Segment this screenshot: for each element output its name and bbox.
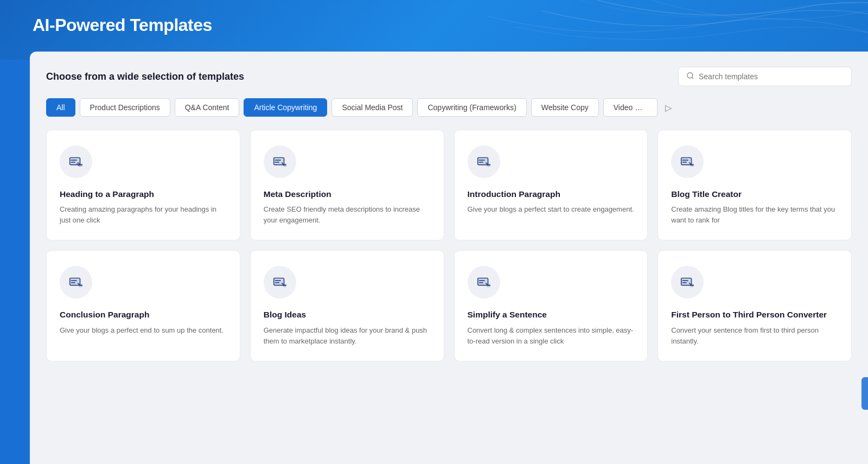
card-icon-meta-description [264, 145, 296, 178]
search-icon [686, 72, 694, 81]
card-conclusion-paragraph[interactable]: Conclusion Paragraph Give your blogs a p… [46, 250, 240, 361]
card-blog-ideas[interactable]: Blog Ideas Generate impactful blog ideas… [250, 250, 444, 361]
tabs-container: All Product Descriptions Q&A Content Art… [46, 98, 852, 117]
card-icon-simplify-sentence [468, 266, 500, 298]
card-title-meta-description: Meta Description [264, 189, 431, 200]
tab-social-media-post[interactable]: Social Media Post [331, 98, 413, 117]
search-input[interactable] [699, 72, 844, 81]
scroll-indicator[interactable] [861, 377, 868, 410]
tab-website-copy[interactable]: Website Copy [531, 98, 599, 117]
panel-title: Choose from a wide selection of template… [46, 71, 244, 82]
card-desc-blog-title-creator: Create amazing Blog titles for the key t… [671, 204, 838, 226]
card-desc-conclusion-paragraph: Give your blogs a perfect end to sum up … [60, 325, 227, 336]
card-title-heading-paragraph: Heading to a Paragraph [60, 189, 227, 200]
main-panel: Choose from a wide selection of template… [30, 52, 868, 464]
tabs-row: All Product Descriptions Q&A Content Art… [46, 98, 852, 117]
card-title-first-third-person: First Person to Third Person Converter [671, 309, 838, 320]
card-simplify-sentence[interactable]: Simplify a Sentence Convert long & compl… [454, 250, 648, 361]
card-blog-title-creator[interactable]: Blog Title Creator Create amazing Blog t… [658, 130, 852, 240]
svg-point-0 [687, 73, 693, 78]
tab-copywriting-frameworks[interactable]: Copywriting (Frameworks) [417, 98, 526, 117]
card-desc-blog-ideas: Generate impactful blog ideas for your b… [264, 325, 431, 347]
tabs-next-arrow[interactable]: ▷ [662, 101, 675, 114]
card-icon-heading-paragraph [60, 145, 92, 178]
card-title-blog-title-creator: Blog Title Creator [671, 189, 838, 200]
card-icon-blog-ideas [264, 266, 296, 298]
cards-grid-row2: Conclusion Paragraph Give your blogs a p… [46, 250, 852, 361]
card-icon-conclusion-paragraph [60, 266, 92, 298]
card-title-conclusion-paragraph: Conclusion Paragraph [60, 309, 227, 320]
hero-decoration [488, 0, 868, 60]
card-meta-description[interactable]: Meta Description Create SEO friendly met… [250, 130, 444, 240]
tab-article-copywriting[interactable]: Article Copywriting [244, 98, 327, 117]
tab-product-descriptions[interactable]: Product Descriptions [80, 98, 170, 117]
card-icon-blog-title-creator [671, 145, 704, 178]
card-introduction-paragraph[interactable]: Introduction Paragraph Give your blogs a… [454, 130, 648, 240]
card-heading-paragraph[interactable]: Heading to a Paragraph Creating amazing … [46, 130, 240, 240]
card-desc-heading-paragraph: Creating amazing paragraphs for your hea… [60, 204, 227, 226]
tab-qa-content[interactable]: Q&A Content [175, 98, 240, 117]
cards-grid-row1: Heading to a Paragraph Creating amazing … [46, 130, 852, 240]
card-icon-introduction-paragraph [468, 145, 500, 178]
card-desc-first-third-person: Convert your sentence from first to thir… [671, 325, 838, 347]
page-title: AI-Powered Templates [33, 15, 212, 35]
card-desc-meta-description: Create SEO friendly meta descriptions to… [264, 204, 431, 226]
panel-header: Choose from a wide selection of template… [46, 67, 852, 86]
tab-all[interactable]: All [46, 98, 75, 117]
card-desc-simplify-sentence: Convert long & complex sentences into si… [468, 325, 635, 347]
card-desc-introduction-paragraph: Give your blogs a perfect start to creat… [468, 204, 635, 215]
card-title-introduction-paragraph: Introduction Paragraph [468, 189, 635, 200]
svg-line-1 [692, 77, 693, 79]
card-icon-first-third-person [671, 266, 704, 298]
search-box[interactable] [678, 67, 852, 86]
tab-video-cont[interactable]: Video Cont [603, 98, 658, 117]
card-title-simplify-sentence: Simplify a Sentence [468, 309, 635, 320]
card-title-blog-ideas: Blog Ideas [264, 309, 431, 320]
card-first-third-person[interactable]: First Person to Third Person Converter C… [658, 250, 852, 361]
